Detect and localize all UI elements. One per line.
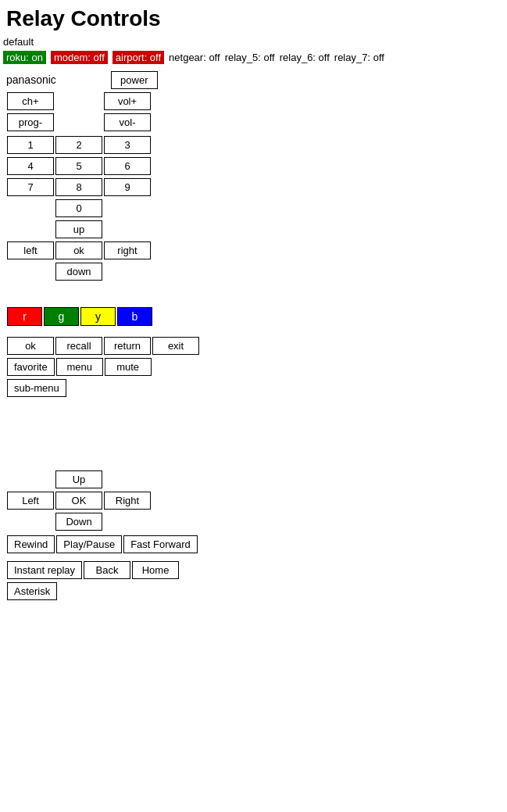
ok-button[interactable]: ok <box>55 241 102 259</box>
left-button[interactable]: left <box>7 241 54 259</box>
red-button[interactable]: r <box>7 307 42 326</box>
btn5[interactable]: 5 <box>55 157 102 175</box>
btn6[interactable]: 6 <box>104 157 151 175</box>
blue-button[interactable]: b <box>117 307 152 326</box>
green-button[interactable]: g <box>44 307 79 326</box>
ch-plus-button[interactable]: ch+ <box>7 92 54 110</box>
back-button[interactable]: Back <box>84 561 130 579</box>
sub-menu-button[interactable]: sub-menu <box>7 379 66 397</box>
yellow-button[interactable]: y <box>80 307 116 326</box>
btn1[interactable]: 1 <box>7 136 54 154</box>
default-label: default <box>3 36 34 48</box>
btn8[interactable]: 8 <box>55 178 102 196</box>
modem-status: modem: off <box>51 51 108 64</box>
down-button[interactable]: down <box>55 263 102 281</box>
prog-minus-button[interactable]: prog- <box>7 113 54 131</box>
netgear-status: netgear: off <box>169 52 220 63</box>
right-button[interactable]: right <box>104 241 151 259</box>
panasonic-label: panasonic <box>6 73 56 86</box>
instant-replay-button[interactable]: Instant replay <box>7 561 82 579</box>
nav-right-button[interactable]: Right <box>104 492 151 510</box>
btn7[interactable]: 7 <box>7 178 54 196</box>
play-pause-button[interactable]: Play/Pause <box>56 535 122 553</box>
roku-status: roku: on <box>3 51 46 64</box>
relay6-status: relay_6: off <box>280 52 330 63</box>
relay5-status: relay_5: off <box>225 52 275 63</box>
up-button[interactable]: up <box>55 220 102 238</box>
nav-up-button[interactable]: Up <box>55 470 102 488</box>
airport-status: airport: off <box>112 51 164 64</box>
btn3[interactable]: 3 <box>104 136 151 154</box>
vol-minus-button[interactable]: vol- <box>104 113 151 131</box>
menu-button[interactable]: menu <box>56 358 103 376</box>
nav-down-button[interactable]: Down <box>55 513 102 531</box>
navigation-section: Up Left OK Right Down Rewind Play/Pause … <box>0 465 507 606</box>
btn0[interactable]: 0 <box>55 199 102 217</box>
vol-plus-button[interactable]: vol+ <box>104 92 151 110</box>
favorite-button[interactable]: favorite <box>7 358 55 376</box>
recall-button[interactable]: recall <box>55 337 102 355</box>
relay-status-row: roku: on modem: off airport: off netgear… <box>0 49 507 66</box>
page-title: Relay Controls <box>0 0 507 34</box>
nav-left-button[interactable]: Left <box>7 492 54 510</box>
panasonic-section: panasonic power ch+ vol+ prog- vol- 1 2 … <box>0 66 507 286</box>
btn4[interactable]: 4 <box>7 157 54 175</box>
home-button[interactable]: Home <box>132 561 179 579</box>
btn9[interactable]: 9 <box>104 178 151 196</box>
return-button[interactable]: return <box>104 337 151 355</box>
roku-ok-button[interactable]: ok <box>7 337 54 355</box>
nav-ok-button[interactable]: OK <box>55 492 102 510</box>
status-bar: default <box>0 34 507 49</box>
power-button[interactable]: power <box>111 71 158 89</box>
mute-button[interactable]: mute <box>105 358 152 376</box>
btn2[interactable]: 2 <box>55 136 102 154</box>
rewind-button[interactable]: Rewind <box>7 535 55 553</box>
roku-remote-section: ok recall return exit favorite menu mute… <box>0 331 507 402</box>
fast-forward-button[interactable]: Fast Forward <box>123 535 198 553</box>
exit-button[interactable]: exit <box>152 337 199 355</box>
relay7-status: relay_7: off <box>334 52 384 63</box>
asterisk-button[interactable]: Asterisk <box>7 582 57 600</box>
color-buttons-section: r g y b <box>0 302 507 331</box>
